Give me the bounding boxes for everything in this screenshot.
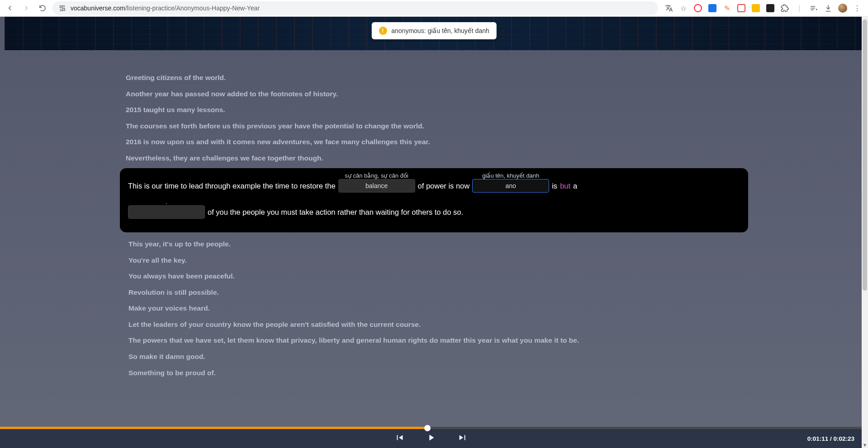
extensions-icon[interactable] bbox=[780, 4, 789, 13]
red-ext-icon[interactable] bbox=[737, 4, 746, 13]
url-text: vocabuniverse.com/listening-practice/Ano… bbox=[71, 5, 260, 12]
browser-toolbar: vocabuniverse.com/listening-practice/Ano… bbox=[0, 0, 868, 17]
blue-ext-icon[interactable] bbox=[708, 4, 717, 13]
transcript-line: 2016 is now upon us and with it comes ne… bbox=[126, 136, 736, 148]
transcript-after: This year, it's up to the people.You're … bbox=[128, 238, 742, 383]
svg-rect-0 bbox=[60, 6, 62, 8]
transcript-line: Something to be proud of. bbox=[128, 367, 742, 379]
exercise-text: is bbox=[552, 179, 557, 193]
blank2-hint: giấu tên, khuyết danh bbox=[482, 169, 539, 183]
prev-button[interactable] bbox=[394, 433, 404, 444]
exercise-text: a bbox=[573, 179, 577, 193]
transcript-line: You always have been peaceful. bbox=[128, 270, 742, 282]
vertical-scrollbar[interactable]: ▼ bbox=[862, 17, 868, 448]
translate-icon[interactable] bbox=[664, 4, 674, 13]
svg-rect-1 bbox=[63, 9, 65, 11]
transcript-line: This year, it's up to the people. bbox=[128, 238, 742, 250]
toast-text: anonymous: giấu tên, khuyết danh bbox=[391, 27, 489, 34]
transcript-line: Another year has passed now added to the… bbox=[126, 88, 736, 100]
blank1-hint: sự cân bằng, sự cân đối bbox=[345, 169, 408, 183]
transcript-line: Greeting citizens of the world. bbox=[126, 72, 736, 84]
audio-player: 0:01:11 / 0:02:23 bbox=[0, 427, 862, 448]
transcript-line: The powers that we have set, let them kn… bbox=[128, 335, 742, 346]
opera-ext-icon[interactable] bbox=[693, 4, 702, 13]
transcript-line: So make it damn good. bbox=[128, 351, 742, 363]
browser-actions: ☆ ✎ | ⋮ bbox=[662, 4, 864, 13]
transcript-line: Let the leaders of your country know the… bbox=[128, 319, 742, 330]
active-exercise: This is our time to lead through example… bbox=[120, 168, 748, 232]
transcript-line: The courses set forth before us this pre… bbox=[126, 120, 736, 132]
forward-button[interactable] bbox=[20, 2, 33, 14]
exercise-text: of power is now bbox=[418, 179, 470, 193]
profile-avatar[interactable] bbox=[838, 4, 847, 13]
sep-icon: | bbox=[795, 4, 804, 13]
time-display: 0:01:11 / 0:02:23 bbox=[807, 435, 854, 442]
transcript-line: Nevertheless, they are challenges we fac… bbox=[126, 152, 736, 164]
exercise-text: This is our time to lead through example… bbox=[128, 179, 336, 193]
dark-ext-icon[interactable] bbox=[766, 4, 775, 13]
address-bar[interactable]: vocabuniverse.com/listening-practice/Ano… bbox=[52, 1, 658, 15]
word-hint-toast: ! anonymous: giấu tên, khuyết danh bbox=[371, 22, 496, 39]
scroll-thumb[interactable] bbox=[863, 19, 867, 291]
play-button[interactable] bbox=[426, 433, 436, 444]
blank3-hint: . bbox=[166, 195, 167, 209]
page-viewport: ! anonymous: giấu tên, khuyết danh Greet… bbox=[0, 17, 868, 448]
site-settings-icon[interactable] bbox=[58, 4, 67, 13]
transcript-line: You're all the key. bbox=[128, 255, 742, 266]
transcript-line: 2015 taught us many lessons. bbox=[126, 104, 736, 116]
transcript-line: Revolution is still possible. bbox=[128, 287, 742, 298]
pencil-ext-icon[interactable]: ✎ bbox=[722, 4, 731, 13]
download-icon[interactable] bbox=[824, 4, 833, 13]
transcript-line: Make your voices heard. bbox=[128, 302, 742, 314]
next-button[interactable] bbox=[458, 433, 468, 444]
highlight-word: but bbox=[560, 179, 570, 193]
browser-menu-icon[interactable]: ⋮ bbox=[853, 4, 862, 13]
bookmark-star-icon[interactable]: ☆ bbox=[679, 4, 688, 13]
playlist-icon[interactable] bbox=[809, 4, 818, 13]
exercise-text: of you the people you must take action r… bbox=[208, 205, 463, 219]
scroll-down-arrow[interactable]: ▼ bbox=[862, 442, 868, 448]
reload-button[interactable] bbox=[36, 2, 49, 14]
back-button[interactable] bbox=[4, 2, 16, 14]
yellow-ext-icon[interactable] bbox=[751, 4, 760, 13]
info-icon: ! bbox=[379, 27, 387, 35]
